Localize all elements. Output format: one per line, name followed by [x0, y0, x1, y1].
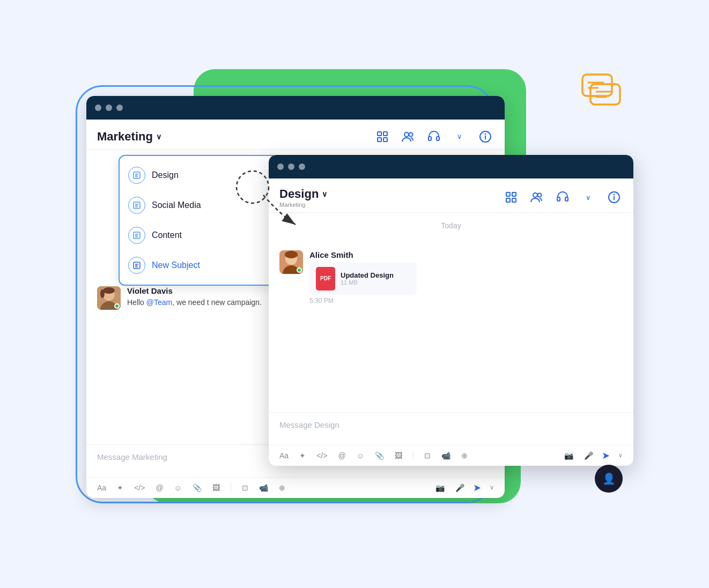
dropdown-design-label: Design — [152, 170, 179, 180]
design-font-btn[interactable]: Aa — [277, 450, 291, 461]
attach-btn[interactable]: 📎 — [190, 482, 204, 493]
design-send-btn[interactable]: ➤ — [602, 450, 610, 462]
alice-sender-name: Alice Smith — [309, 250, 623, 259]
design-message-input[interactable]: Message Design — [269, 413, 633, 445]
marketing-toolbar: Aa ✦ </> @ ☺ 📎 🖼 ⊡ 📹 ⊕ 📷 🎤 ➤ ∨ — [86, 477, 505, 498]
camera-btn[interactable]: 📷 — [433, 482, 447, 493]
svg-rect-40 — [506, 192, 510, 196]
violet-online-indicator — [114, 303, 120, 309]
headset-chevron-icon[interactable]: ∨ — [451, 128, 468, 145]
design-info-icon[interactable] — [605, 189, 623, 206]
video-btn[interactable]: 📹 — [257, 482, 270, 493]
image-btn[interactable]: 🖼 — [210, 482, 222, 493]
design-headset-chevron-icon[interactable]: ∨ — [580, 189, 597, 206]
design-list-icon[interactable] — [503, 189, 520, 206]
design-more-btn[interactable]: ∨ — [616, 451, 625, 460]
add-btn[interactable]: ⊕ — [277, 482, 287, 493]
dot-minimize[interactable] — [106, 105, 112, 111]
screen-btn[interactable]: ⊡ — [240, 482, 250, 493]
marketing-chevron-icon[interactable]: ∨ — [156, 132, 161, 141]
svg-rect-8 — [378, 138, 381, 142]
marketing-titlebar — [86, 96, 505, 120]
dropdown-item-design[interactable]: Design — [120, 160, 278, 190]
design-code-btn[interactable]: </> — [314, 450, 329, 461]
mic-btn[interactable]: 🎤 — [453, 482, 467, 493]
code-btn[interactable]: </> — [132, 482, 147, 493]
more-btn[interactable]: ∨ — [488, 483, 496, 492]
alice-avatar — [279, 250, 303, 274]
send-btn[interactable]: ➤ — [473, 482, 481, 494]
message-mention[interactable]: @Team — [146, 298, 172, 307]
marketing-title-text: Marketing — [97, 130, 153, 144]
design-title-text: Design — [279, 187, 319, 201]
svg-point-16 — [485, 133, 486, 134]
design-content: Design ∨ Marketing — [269, 178, 633, 466]
svg-rect-9 — [383, 138, 387, 142]
design-screen-btn[interactable]: ⊡ — [422, 450, 433, 461]
design-mic-btn[interactable]: 🎤 — [582, 450, 595, 461]
design-attach-btn[interactable]: 📎 — [373, 450, 386, 461]
svg-point-44 — [533, 193, 537, 197]
new-subject-icon — [128, 257, 145, 274]
marketing-channel-title[interactable]: Marketing ∨ — [97, 130, 161, 144]
info-icon[interactable] — [477, 128, 494, 145]
design-toolbar: Aa ✦ </> @ ☺ 📎 🖼 ⊡ 📹 ⊕ 📷 🎤 ➤ ∨ — [269, 445, 633, 466]
svg-rect-43 — [512, 198, 516, 202]
design-today-label: Today — [269, 213, 633, 234]
user-icon: 👤 — [602, 472, 616, 485]
design-emoji-btn[interactable]: ☺ — [354, 450, 366, 461]
svg-point-54 — [285, 251, 298, 258]
dot-close[interactable] — [95, 105, 101, 111]
dropdown-item-new-subject[interactable]: New Subject — [120, 250, 278, 280]
design-add-btn[interactable]: ⊕ — [459, 450, 470, 461]
design-input-area: Message Design Aa ✦ </> @ ☺ 📎 🖼 ⊡ 📹 ⊕ 📷 — [269, 412, 633, 466]
design-titlebar — [269, 155, 633, 178]
magic-btn[interactable]: ✦ — [115, 482, 125, 493]
svg-point-10 — [404, 132, 409, 137]
design-users-icon[interactable] — [528, 189, 545, 206]
headset-icon[interactable] — [425, 128, 442, 145]
design-camera-btn[interactable]: 📷 — [562, 450, 575, 461]
dot-maximize[interactable] — [116, 105, 123, 111]
file-size: 11 MB — [341, 279, 410, 286]
design-toolbar-divider-1 — [413, 451, 413, 460]
at-btn[interactable]: @ — [153, 482, 165, 493]
dropdown-new-subject-label: New Subject — [152, 260, 200, 270]
message-text-after: , we need t new campaign. — [172, 298, 262, 307]
message-text-before: Hello — [127, 298, 146, 307]
design-channel-title-group: Design ∨ Marketing — [279, 187, 327, 208]
file-attachment[interactable]: PDF Updated Design 11 MB — [309, 263, 417, 295]
dropdown-item-content[interactable]: Content — [120, 220, 278, 250]
user-avatar-badge[interactable]: 👤 — [595, 465, 623, 493]
design-magic-btn[interactable]: ✦ — [297, 450, 308, 461]
design-image-btn[interactable]: 🖼 — [393, 450, 404, 461]
design-channel-header: Design ∨ Marketing — [269, 178, 633, 213]
design-dot-minimize[interactable] — [288, 163, 294, 170]
design-chevron-icon[interactable]: ∨ — [322, 190, 327, 198]
chat-icon-badge — [580, 69, 623, 112]
design-message-area[interactable]: Alice Smith PDF Updated Design 11 MB 5:3… — [269, 234, 633, 412]
design-video-btn[interactable]: 📹 — [439, 450, 453, 461]
design-headset-icon[interactable] — [554, 189, 571, 206]
font-btn[interactable]: Aa — [95, 482, 108, 493]
svg-point-45 — [538, 193, 542, 197]
subject-dropdown[interactable]: Design Social Media — [119, 155, 279, 286]
emoji-btn[interactable]: ☺ — [172, 482, 184, 493]
scene: 👤 Marketing ∨ — [60, 53, 649, 535]
design-window-controls — [277, 163, 305, 170]
design-dot-maximize[interactable] — [299, 163, 305, 170]
design-dot-close[interactable] — [277, 163, 284, 170]
svg-rect-6 — [378, 132, 381, 136]
design-channel-title[interactable]: Design ∨ — [279, 187, 327, 201]
svg-point-37 — [100, 289, 105, 298]
svg-point-11 — [409, 132, 413, 136]
design-at-btn[interactable]: @ — [336, 450, 348, 461]
svg-rect-0 — [582, 75, 612, 96]
marketing-input-placeholder: Message Marketing — [97, 452, 167, 462]
window-design: Design ∨ Marketing — [269, 155, 633, 466]
svg-rect-46 — [557, 197, 560, 201]
users-icon[interactable] — [400, 128, 417, 145]
dropdown-item-social[interactable]: Social Media — [120, 190, 278, 220]
list-icon[interactable] — [374, 128, 391, 145]
svg-rect-41 — [512, 192, 516, 196]
